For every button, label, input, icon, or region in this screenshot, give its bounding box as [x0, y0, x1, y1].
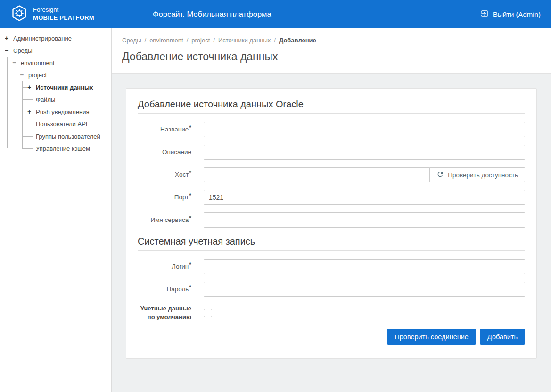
top-header: Foresight MOBILE PLATFORM Форсайт. Мобил…	[0, 0, 551, 28]
section-divider	[138, 113, 525, 114]
logout-icon	[480, 9, 489, 19]
page-header: Среды / environment / project / Источник…	[112, 28, 551, 74]
tree-item-label: Управление кэшем	[36, 145, 90, 152]
form-row-password: Пароль*	[138, 282, 525, 297]
breadcrumb-separator: /	[145, 37, 147, 44]
default-credentials-label-line1: Учетные данные	[140, 305, 191, 312]
section-title-account: Системная учетная запись	[138, 235, 525, 247]
tree-item-cache-management[interactable]: Управление кэшем	[27, 142, 111, 155]
breadcrumb-separator: /	[274, 37, 276, 44]
tree-item-label: Пользователи API	[36, 121, 87, 128]
password-label: Пароль*	[138, 285, 204, 294]
description-label: Описание	[138, 148, 204, 157]
tree-item-label: environment	[21, 59, 55, 66]
form-row-login: Логин*	[138, 259, 525, 274]
check-availability-button[interactable]: Проверить доступность	[429, 167, 525, 182]
breadcrumb-separator: /	[187, 37, 189, 44]
page-title: Добавление источника данных	[122, 50, 541, 63]
login-label: Логин*	[138, 262, 204, 271]
main-area: Среды / environment / project / Источник…	[112, 28, 551, 392]
section-divider	[138, 250, 525, 251]
form-row-port: Порт*	[138, 190, 525, 205]
required-marker: *	[189, 192, 191, 199]
form-row-service-name: Имя сервиса*	[138, 212, 525, 228]
content-area: Добавление источника данных Oracle Назва…	[112, 74, 551, 392]
required-marker: *	[189, 261, 191, 268]
default-credentials-label: Учетные данные по умолчанию	[138, 304, 204, 321]
host-label-text: Хост	[175, 171, 189, 178]
nav-tree: + Администрирование − Среды − environmen…	[5, 32, 111, 155]
tree-item-push-notifications[interactable]: + Push уведомления	[27, 106, 111, 118]
tree-item-environment[interactable]: − environment	[12, 57, 111, 69]
tree-item-label: Файлы	[36, 96, 55, 103]
required-marker: *	[189, 170, 191, 176]
test-connection-button[interactable]: Проверить соединение	[387, 329, 476, 345]
port-label-text: Порт	[174, 194, 189, 201]
expand-icon[interactable]: +	[27, 108, 33, 115]
name-input[interactable]	[204, 122, 525, 137]
logo-line2: MOBILE PLATFORM	[33, 14, 94, 22]
default-credentials-checkbox[interactable]	[204, 309, 212, 317]
port-input[interactable]	[204, 190, 525, 205]
service-name-label-text: Имя сервиса	[151, 216, 189, 223]
logo-line1: Foresight	[33, 6, 94, 14]
required-marker: *	[189, 124, 191, 131]
refresh-icon	[436, 171, 444, 180]
service-name-label: Имя сервиса*	[138, 216, 204, 225]
host-input[interactable]	[204, 167, 430, 182]
required-marker: *	[189, 284, 191, 291]
tree-item-label: Администрирование	[13, 35, 72, 42]
breadcrumb-item[interactable]: environment	[149, 37, 183, 44]
tree-group-environments: − environment − project + Источники данн…	[5, 57, 111, 155]
breadcrumb-item[interactable]: Среды	[122, 37, 141, 44]
tree-item-label: Источники данных	[36, 84, 93, 91]
collapse-icon[interactable]: −	[20, 72, 25, 78]
default-credentials-label-line2: по умолчанию	[148, 313, 191, 320]
tree-item-environments[interactable]: − Среды	[5, 44, 111, 57]
tree-item-label: Группы пользователей	[36, 133, 100, 140]
breadcrumb-item[interactable]: project	[191, 37, 210, 44]
tree-item-administration[interactable]: + Администрирование	[5, 32, 111, 44]
collapse-icon[interactable]: −	[5, 47, 10, 54]
password-label-text: Пароль	[166, 286, 189, 293]
form-row-host: Хост* Проверить доступность	[138, 167, 525, 182]
app-title: Форсайт. Мобильная платформа	[153, 10, 271, 19]
form-card: Добавление источника данных Oracle Назва…	[126, 88, 537, 359]
tree-item-label: project	[28, 72, 47, 79]
breadcrumb-separator: /	[213, 37, 215, 44]
tree-item-data-sources[interactable]: + Источники данных	[27, 81, 111, 93]
breadcrumb-item[interactable]: Источники данных	[218, 37, 271, 44]
password-input[interactable]	[204, 282, 525, 297]
breadcrumb: Среды / environment / project / Источник…	[122, 37, 541, 44]
form-actions: Проверить соединение Добавить	[138, 329, 525, 345]
add-button[interactable]: Добавить	[480, 329, 525, 345]
tree-group-environment: − project + Источники данных Файлы +	[12, 69, 111, 155]
required-marker: *	[189, 215, 191, 221]
port-label: Порт*	[138, 193, 204, 202]
expand-icon[interactable]: +	[5, 35, 10, 41]
tree-group-project: + Источники данных Файлы + Push уведомле…	[20, 81, 111, 155]
tree-item-files[interactable]: Файлы	[27, 93, 111, 106]
host-label: Хост*	[138, 171, 204, 180]
description-input[interactable]	[204, 145, 525, 160]
login-input[interactable]	[204, 259, 525, 274]
tree-item-project[interactable]: − project	[20, 69, 111, 81]
section-title-oracle: Добавление источника данных Oracle	[138, 98, 525, 110]
tree-item-label: Push уведомления	[36, 108, 90, 115]
tree-item-user-groups[interactable]: Группы пользователей	[27, 130, 111, 142]
service-name-input[interactable]	[204, 212, 525, 228]
expand-icon[interactable]: +	[27, 84, 33, 90]
logout-button[interactable]: Выйти (Admin)	[480, 9, 541, 19]
collapse-icon[interactable]: −	[12, 59, 18, 66]
host-input-group: Проверить доступность	[204, 167, 525, 182]
check-availability-label: Проверить доступность	[448, 172, 518, 179]
description-label-text: Описание	[162, 148, 191, 155]
breadcrumb-current: Добавление	[279, 37, 316, 44]
form-row-default-credentials: Учетные данные по умолчанию	[138, 304, 525, 321]
logo-text: Foresight MOBILE PLATFORM	[33, 6, 94, 22]
form-row-name: Название*	[138, 122, 525, 137]
name-label-text: Название	[160, 126, 189, 133]
tree-item-api-users[interactable]: Пользователи API	[27, 118, 111, 130]
app-logo: Foresight MOBILE PLATFORM	[10, 4, 94, 24]
name-label: Название*	[138, 125, 204, 134]
